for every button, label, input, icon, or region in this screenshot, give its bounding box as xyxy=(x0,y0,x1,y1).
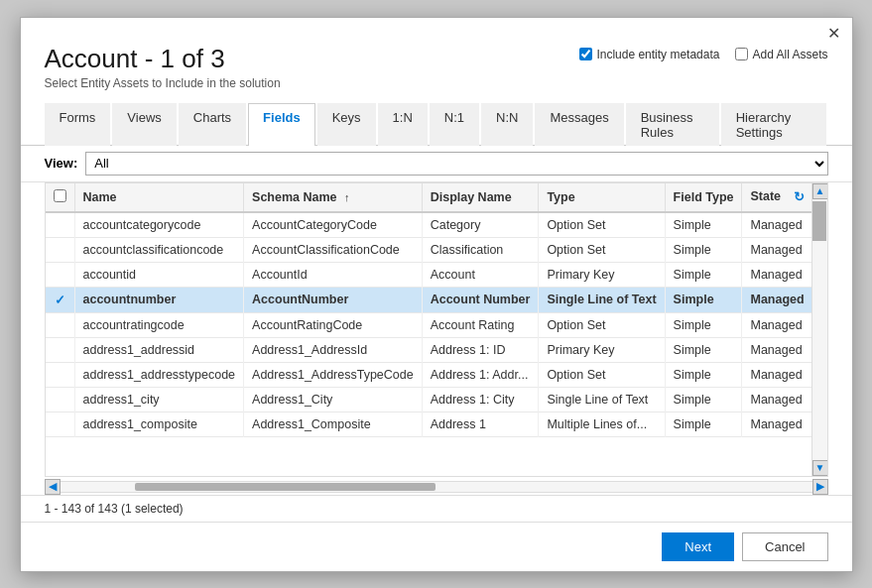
refresh-icon[interactable]: ↻ xyxy=(794,189,805,204)
tab-n-1[interactable]: N:1 xyxy=(430,103,479,146)
tab-n-n[interactable]: N:N xyxy=(481,103,533,146)
cell-type: Primary Key xyxy=(539,337,665,362)
table-header-row: Name Schema Name ↑ Display Name Type Fie… xyxy=(46,183,813,212)
cell-display-name: Account Rating xyxy=(422,312,539,337)
table-row[interactable]: address1_addresstypecodeAddress1_Address… xyxy=(46,362,813,387)
title-bar: ✕ xyxy=(21,18,852,44)
tab-forms[interactable]: Forms xyxy=(45,103,111,146)
cell-state: Managed xyxy=(742,362,812,387)
hscroll-thumb xyxy=(135,483,436,491)
cell-field-type: Simple xyxy=(665,312,742,337)
scroll-up-button[interactable]: ▲ xyxy=(812,183,828,199)
cell-schema-name: AccountCategoryCode xyxy=(244,212,423,238)
add-all-assets-label[interactable]: Add All Assets xyxy=(735,48,827,61)
cell-name: accountratingcode xyxy=(74,312,244,337)
cell-display-name: Classification xyxy=(422,237,539,262)
cell-type: Single Line of Text xyxy=(539,387,665,412)
cell-display-name: Address 1: Addr... xyxy=(422,362,539,387)
table-scroll-area[interactable]: Name Schema Name ↑ Display Name Type Fie… xyxy=(46,183,827,437)
table-row[interactable]: address1_addressidAddress1_AddressIdAddr… xyxy=(46,337,813,362)
cell-type: Primary Key xyxy=(539,262,665,287)
col-type: Type xyxy=(539,183,665,212)
cell-type: Option Set xyxy=(539,237,665,262)
cell-schema-name: AccountClassificationCode xyxy=(244,237,423,262)
tab-views[interactable]: Views xyxy=(112,103,176,146)
tab-keys[interactable]: Keys xyxy=(317,103,376,146)
view-dropdown-wrapper: AllCustomManagedUnmanaged xyxy=(85,152,827,176)
cell-field-type: Simple xyxy=(665,287,742,312)
cell-schema-name: Address1_City xyxy=(244,387,423,412)
cell-name: accountid xyxy=(74,262,244,287)
cell-name: address1_city xyxy=(74,387,244,412)
tabs-bar: FormsViewsChartsFieldsKeys1:NN:1N:NMessa… xyxy=(21,102,852,146)
cell-type: Option Set xyxy=(539,212,665,238)
cell-field-type: Simple xyxy=(665,412,742,436)
table-row[interactable]: address1_compositeAddress1_CompositeAddr… xyxy=(46,412,813,436)
table-row[interactable]: ✓accountnumberAccountNumberAccount Numbe… xyxy=(46,287,813,312)
cell-display-name: Address 1: ID xyxy=(422,337,539,362)
row-check-1 xyxy=(46,237,75,262)
dialog-footer: Next Cancel xyxy=(21,522,852,571)
dialog-subtitle: Select Entity Assets to Include in the s… xyxy=(45,76,828,90)
cell-type: Option Set xyxy=(539,312,665,337)
cell-display-name: Category xyxy=(422,212,539,238)
col-name: Name xyxy=(74,183,244,212)
cell-name: accountclassificationcode xyxy=(74,237,244,262)
table-row[interactable]: accountratingcodeAccountRatingCodeAccoun… xyxy=(46,312,813,337)
cell-field-type: Simple xyxy=(665,212,742,238)
cell-state: Managed xyxy=(742,212,812,238)
cell-type: Option Set xyxy=(539,362,665,387)
cell-name: address1_addressid xyxy=(74,337,244,362)
next-button[interactable]: Next xyxy=(662,532,734,561)
tab-messages[interactable]: Messages xyxy=(535,103,623,146)
cell-schema-name: AccountId xyxy=(244,262,423,287)
cell-type: Single Line of Text xyxy=(539,287,665,312)
table-row[interactable]: address1_cityAddress1_CityAddress 1: Cit… xyxy=(46,387,813,412)
cell-field-type: Simple xyxy=(665,362,742,387)
row-check-2 xyxy=(46,262,75,287)
scroll-down-button[interactable]: ▼ xyxy=(812,460,828,476)
cell-state: Managed xyxy=(742,412,812,436)
vertical-scrollbar[interactable]: ▲ ▼ xyxy=(811,183,827,476)
include-metadata-checkbox[interactable] xyxy=(579,48,592,60)
add-all-assets-text: Add All Assets xyxy=(752,48,827,61)
add-all-assets-checkbox[interactable] xyxy=(735,48,748,60)
scroll-left-button[interactable]: ◀ xyxy=(45,479,61,495)
tab-1-n[interactable]: 1:N xyxy=(378,103,428,146)
table-row[interactable]: accountcategorycodeAccountCategoryCodeCa… xyxy=(46,212,813,238)
cell-schema-name: Address1_Composite xyxy=(244,412,423,436)
cell-display-name: Account xyxy=(422,262,539,287)
cell-state: Managed xyxy=(742,387,812,412)
table-row[interactable]: accountidAccountIdAccountPrimary KeySimp… xyxy=(46,262,813,287)
row-check-4 xyxy=(46,312,75,337)
cell-display-name: Address 1 xyxy=(422,412,539,436)
col-field-type: Field Type xyxy=(665,183,742,212)
cell-name: accountcategorycode xyxy=(74,212,244,238)
select-all-checkbox[interactable] xyxy=(54,189,66,202)
col-schema-name: Schema Name ↑ xyxy=(244,183,423,212)
cell-field-type: Simple xyxy=(665,237,742,262)
view-dropdown[interactable]: AllCustomManagedUnmanaged xyxy=(85,152,827,176)
cancel-button[interactable]: Cancel xyxy=(742,532,827,561)
cell-state: Managed xyxy=(742,287,812,312)
close-button[interactable]: ✕ xyxy=(823,24,844,44)
tab-hierarchy-settings[interactable]: Hierarchy Settings xyxy=(721,103,826,146)
table-row[interactable]: accountclassificationcodeAccountClassifi… xyxy=(46,237,813,262)
scroll-thumb xyxy=(812,201,826,241)
col-check xyxy=(46,183,75,212)
row-check-5 xyxy=(46,337,75,362)
tab-business-rules[interactable]: Business Rules xyxy=(626,103,719,146)
horizontal-scrollbar-row: ◀ ▶ xyxy=(45,479,828,495)
row-check-0 xyxy=(46,212,75,238)
cell-type: Multiple Lines of... xyxy=(539,412,665,436)
include-metadata-text: Include entity metadata xyxy=(596,48,719,61)
tab-charts[interactable]: Charts xyxy=(179,103,246,146)
col-display-name: Display Name xyxy=(422,183,539,212)
view-label: View: xyxy=(45,156,78,171)
table-area: Name Schema Name ↑ Display Name Type Fie… xyxy=(45,182,828,477)
include-metadata-label[interactable]: Include entity metadata xyxy=(579,48,719,61)
scroll-right-button[interactable]: ▶ xyxy=(812,479,828,495)
tab-fields[interactable]: Fields xyxy=(248,103,315,146)
cell-name: address1_addresstypecode xyxy=(74,362,244,387)
cell-state: Managed xyxy=(742,337,812,362)
